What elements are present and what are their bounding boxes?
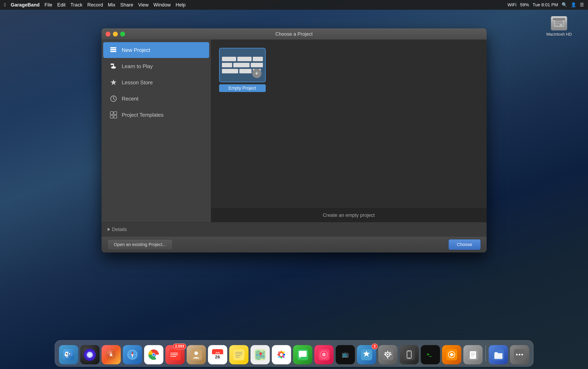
dock-overflow[interactable] <box>510 345 529 364</box>
dock-siri[interactable] <box>80 345 100 364</box>
sidebar-item-learn-to-play[interactable]: Learn to Play <box>103 58 209 74</box>
svg-point-79 <box>387 354 389 355</box>
dock: 2,593 JU <box>55 340 534 367</box>
menu-edit[interactable]: Edit <box>57 2 65 8</box>
svg-rect-81 <box>387 357 388 359</box>
svg-rect-40 <box>172 356 176 357</box>
search-icon[interactable]: 🔍 <box>562 2 567 8</box>
wifi-icon[interactable]: WiFi <box>507 2 516 8</box>
svg-text:26: 26 <box>215 354 220 359</box>
lesson-store-label: Lesson Store <box>122 79 153 86</box>
svg-point-41 <box>170 353 172 354</box>
maximize-button[interactable] <box>120 32 125 36</box>
svg-rect-98 <box>471 353 475 353</box>
dock-notes[interactable] <box>229 345 248 364</box>
learn-to-play-icon <box>109 62 118 71</box>
project-templates-icon <box>109 111 118 119</box>
svg-rect-38 <box>172 353 178 353</box>
dock-calendar[interactable]: JUN 26 <box>208 345 227 364</box>
sidebar-item-new-project[interactable]: New Project <box>103 42 209 58</box>
dock-preview[interactable] <box>463 345 483 364</box>
menu-view[interactable]: View <box>138 2 149 8</box>
dock-garageband[interactable] <box>442 345 461 364</box>
sidebar-item-lesson-store[interactable]: Lesson Store <box>103 75 209 90</box>
menu-mix[interactable]: Mix <box>108 2 115 8</box>
svg-point-36 <box>152 353 155 356</box>
menu-window[interactable]: Window <box>154 2 171 8</box>
main-content: + Empty Project Create an empty project <box>211 40 487 222</box>
svg-rect-82 <box>384 354 386 355</box>
svg-point-22 <box>66 353 67 354</box>
empty-project-thumb[interactable]: + <box>219 48 266 82</box>
dock-launchpad[interactable] <box>102 345 121 364</box>
menu-track[interactable]: Track <box>71 2 83 8</box>
svg-point-68 <box>283 356 285 358</box>
empty-project-card[interactable]: + Empty Project <box>219 48 266 92</box>
dock-iphone[interactable] <box>400 345 419 364</box>
sidebar-item-project-templates[interactable]: Project Templates <box>103 107 209 123</box>
menubar:  GarageBand File Edit Track Record Mix … <box>0 0 588 10</box>
close-button[interactable] <box>106 32 111 36</box>
dock-finder[interactable] <box>59 345 78 364</box>
dock-files[interactable] <box>489 345 508 364</box>
dock-chrome[interactable] <box>144 345 163 364</box>
svg-point-66 <box>283 351 285 353</box>
svg-rect-99 <box>471 354 475 355</box>
new-project-label: New Project <box>122 47 150 53</box>
svg-rect-3 <box>555 24 560 26</box>
svg-point-62 <box>280 357 282 359</box>
choose-button[interactable]: Choose <box>449 239 481 250</box>
svg-point-42 <box>170 354 172 355</box>
dock-appstore[interactable]: 2 <box>357 345 376 364</box>
dock-appletv[interactable]: 📺 <box>336 345 355 364</box>
minimize-button[interactable] <box>113 32 118 36</box>
apple-menu[interactable]:  <box>4 2 6 8</box>
svg-rect-39 <box>172 354 178 355</box>
user-icon[interactable]: 👤 <box>571 2 576 8</box>
svg-point-67 <box>278 356 280 358</box>
svg-text:>_: >_ <box>427 352 432 357</box>
status-text: Create an empty project <box>323 212 375 218</box>
dock-terminal[interactable]: >_ <box>421 345 440 364</box>
menu-file[interactable]: File <box>44 2 52 8</box>
app-name[interactable]: GarageBand <box>11 2 40 8</box>
svg-point-4 <box>562 24 564 26</box>
open-existing-button[interactable]: Open an existing Project... <box>108 239 173 250</box>
dock-photos[interactable] <box>272 345 291 364</box>
svg-marker-11 <box>111 79 116 85</box>
hdd-label: Macintosh HD <box>546 32 572 37</box>
svg-point-45 <box>194 351 198 355</box>
svg-rect-55 <box>235 357 239 358</box>
empty-project-label: Empty Project <box>219 84 266 92</box>
menu-share[interactable]: Share <box>120 2 133 8</box>
svg-rect-89 <box>408 352 410 352</box>
dock-maps[interactable] <box>250 345 270 364</box>
control-center-icon[interactable]: ☰ <box>580 2 584 8</box>
svg-point-63 <box>278 354 279 356</box>
dock-settings[interactable] <box>378 345 397 364</box>
recent-label: Recent <box>122 96 138 102</box>
svg-rect-7 <box>110 51 116 52</box>
dock-music[interactable] <box>314 345 334 364</box>
svg-point-105 <box>521 354 523 355</box>
plus-icon: + <box>252 69 261 78</box>
appstore-badge: 2 <box>371 343 378 349</box>
recent-icon <box>109 94 118 103</box>
sidebar-item-recent[interactable]: Recent <box>103 91 209 107</box>
svg-rect-83 <box>390 354 392 355</box>
svg-point-61 <box>280 351 282 353</box>
svg-rect-16 <box>114 112 117 114</box>
svg-rect-2 <box>555 22 563 23</box>
desktop:  GarageBand File Edit Track Record Mix … <box>0 0 588 369</box>
sidebar: New Project Learn to Play <box>102 40 211 222</box>
macintosh-hd-icon[interactable]: Macintosh HD <box>546 16 572 37</box>
dock-messages[interactable] <box>293 345 312 364</box>
menu-record[interactable]: Record <box>87 2 103 8</box>
details-row[interactable]: Details <box>102 222 487 236</box>
svg-point-43 <box>170 356 172 357</box>
dock-safari[interactable] <box>123 345 142 364</box>
menu-help[interactable]: Help <box>175 2 186 8</box>
svg-rect-53 <box>235 354 242 354</box>
dock-contacts[interactable] <box>187 345 206 364</box>
dock-reminders[interactable]: 2,593 <box>165 345 185 364</box>
